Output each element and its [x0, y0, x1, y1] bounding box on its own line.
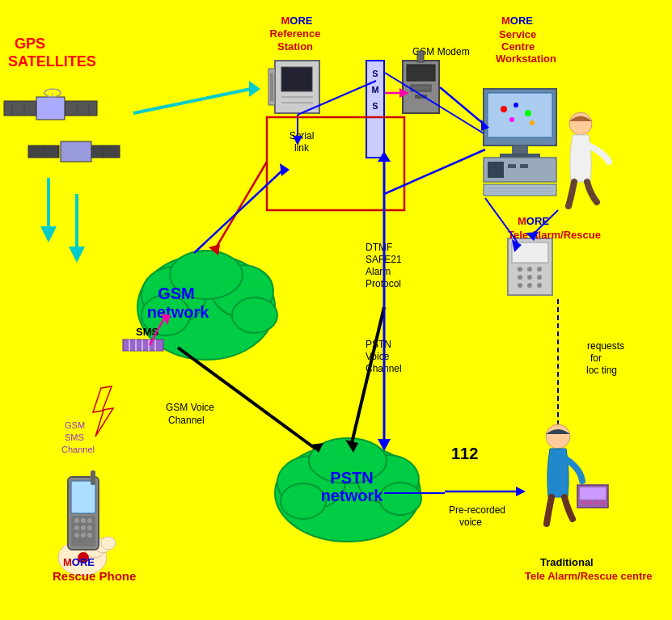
- svg-rect-79: [484, 184, 556, 196]
- svg-text:Traditional: Traditional: [540, 556, 594, 568]
- svg-point-155: [74, 533, 79, 538]
- svg-text:GSM: GSM: [65, 420, 85, 430]
- svg-text:link: link: [294, 142, 310, 154]
- svg-text:Workstation: Workstation: [496, 53, 556, 65]
- svg-rect-158: [91, 470, 95, 485]
- svg-rect-14: [89, 146, 120, 158]
- svg-text:requests: requests: [587, 340, 624, 352]
- svg-point-151: [87, 518, 92, 523]
- svg-point-156: [81, 533, 86, 538]
- svg-rect-73: [512, 146, 528, 154]
- diagram-container: GPS SATELLITES GSM network: [0, 0, 672, 620]
- svg-text:M: M: [371, 85, 378, 95]
- svg-text:DTMF: DTMF: [366, 242, 392, 253]
- svg-point-139: [602, 501, 606, 505]
- svg-text:S: S: [372, 101, 378, 111]
- svg-rect-147: [71, 481, 95, 513]
- svg-text:SMS: SMS: [65, 432, 84, 442]
- svg-point-86: [569, 112, 592, 135]
- svg-text:Channel: Channel: [168, 415, 205, 426]
- svg-text:for: for: [590, 352, 602, 364]
- svg-text:PSTN: PSTN: [366, 339, 391, 350]
- svg-text:network: network: [321, 487, 384, 504]
- svg-point-133: [546, 424, 570, 449]
- svg-text:Centre: Centre: [501, 40, 535, 53]
- svg-text:Station: Station: [277, 40, 313, 53]
- svg-text:voice: voice: [459, 517, 482, 528]
- svg-point-149: [74, 518, 79, 523]
- svg-point-68: [501, 106, 507, 112]
- svg-point-145: [101, 537, 116, 550]
- svg-rect-59: [407, 65, 435, 81]
- svg-text:112: 112: [451, 445, 478, 462]
- svg-text:S: S: [372, 69, 378, 78]
- svg-rect-78: [520, 164, 528, 168]
- svg-text:MORE: MORE: [518, 215, 549, 227]
- svg-text:Voice: Voice: [366, 351, 390, 362]
- svg-text:MORE: MORE: [281, 15, 312, 27]
- svg-point-113: [518, 275, 522, 280]
- svg-rect-67: [488, 93, 552, 137]
- svg-point-70: [525, 110, 531, 116]
- svg-rect-62: [417, 51, 424, 62]
- svg-point-71: [509, 117, 514, 122]
- svg-point-157: [87, 533, 92, 538]
- svg-point-138: [595, 501, 599, 505]
- svg-point-112: [537, 267, 542, 272]
- svg-rect-77: [508, 164, 516, 168]
- svg-point-110: [518, 267, 522, 272]
- svg-point-136: [582, 501, 586, 505]
- svg-text:SATELLITES: SATELLITES: [8, 53, 96, 70]
- svg-text:MORE: MORE: [501, 15, 533, 27]
- svg-point-137: [589, 501, 593, 505]
- svg-point-72: [530, 120, 535, 125]
- svg-rect-1: [4, 101, 36, 116]
- svg-point-37: [379, 483, 421, 515]
- svg-rect-76: [488, 162, 504, 178]
- svg-text:Channel: Channel: [61, 445, 95, 454]
- svg-point-154: [87, 525, 92, 530]
- svg-point-29: [232, 297, 277, 333]
- svg-point-111: [527, 267, 532, 272]
- svg-text:MORE: MORE: [63, 556, 95, 568]
- svg-text:Rescue Phone: Rescue Phone: [53, 569, 136, 583]
- svg-point-118: [537, 283, 542, 288]
- gps-satellites-label: GPS: [15, 36, 45, 52]
- svg-rect-41: [281, 67, 312, 91]
- svg-text:Pre-recorded: Pre-recorded: [449, 504, 505, 516]
- svg-rect-8: [36, 97, 65, 120]
- svg-text:GSM: GSM: [158, 285, 195, 302]
- svg-text:GSM Voice: GSM Voice: [166, 402, 214, 413]
- svg-text:Reference: Reference: [270, 27, 321, 40]
- svg-point-69: [514, 103, 518, 108]
- svg-text:Alarm: Alarm: [366, 266, 391, 277]
- svg-text:Tele Alarm/Rescue centre: Tele Alarm/Rescue centre: [525, 570, 653, 582]
- svg-text:network: network: [147, 303, 210, 321]
- svg-point-117: [527, 283, 532, 288]
- main-diagram-svg: GPS SATELLITES GSM network: [0, 0, 672, 620]
- svg-point-153: [81, 525, 86, 530]
- svg-point-114: [527, 275, 532, 280]
- svg-text:Service: Service: [499, 28, 536, 40]
- svg-point-152: [74, 525, 79, 530]
- svg-point-116: [518, 283, 522, 288]
- svg-rect-5: [65, 101, 97, 116]
- svg-point-115: [537, 275, 542, 280]
- svg-text:loc ting: loc ting: [586, 365, 617, 376]
- svg-rect-45: [270, 73, 273, 101]
- svg-rect-135: [580, 487, 606, 500]
- svg-rect-16: [61, 141, 91, 162]
- svg-text:PSTN: PSTN: [330, 469, 373, 487]
- svg-point-36: [281, 483, 326, 519]
- svg-point-150: [81, 518, 86, 523]
- svg-text:Tele Alarm/Rescue: Tele Alarm/Rescue: [508, 229, 601, 241]
